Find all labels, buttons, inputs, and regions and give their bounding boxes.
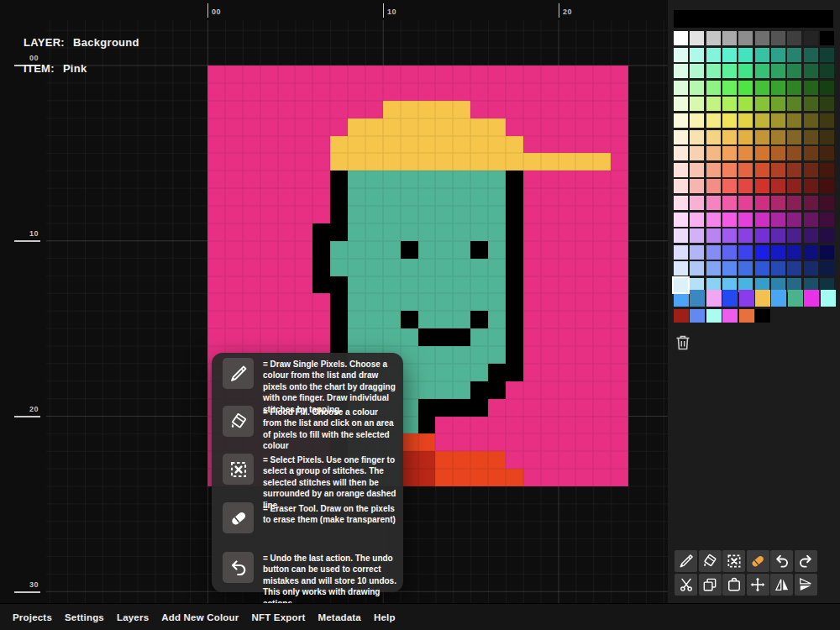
pixel-cell[interactable] — [312, 206, 330, 223]
palette-swatch[interactable] — [771, 130, 785, 144]
pixel-cell[interactable] — [506, 276, 523, 294]
pixel-cell[interactable] — [453, 259, 470, 276]
pixel-cell[interactable] — [243, 66, 260, 83]
palette-swatch[interactable] — [804, 245, 818, 260]
pixel-cell[interactable] — [243, 223, 260, 241]
menu-item-settings[interactable]: Settings — [65, 612, 104, 622]
palette-swatch[interactable] — [804, 261, 818, 276]
pixel-cell[interactable] — [401, 259, 418, 276]
palette-swatch[interactable] — [674, 213, 688, 227]
pixel-cell[interactable] — [541, 293, 559, 311]
pixel-cell[interactable] — [541, 381, 559, 399]
pixel-cell[interactable] — [435, 293, 453, 311]
pixel-cell[interactable] — [312, 136, 330, 154]
palette-swatch[interactable] — [820, 113, 834, 128]
pixel-cell[interactable] — [401, 206, 418, 223]
pixel-cell[interactable] — [523, 136, 541, 154]
pixel-cell[interactable] — [435, 276, 453, 294]
palette-swatch[interactable] — [706, 64, 721, 78]
pixel-cell[interactable] — [207, 118, 225, 136]
pixel-cell[interactable] — [523, 241, 541, 259]
pixel-cell[interactable] — [575, 433, 593, 451]
redo-tool-button[interactable] — [795, 550, 817, 572]
pixel-cell[interactable] — [225, 66, 243, 83]
pixel-cell[interactable] — [453, 101, 470, 118]
pixel-cell[interactable] — [470, 276, 488, 294]
menu-item-layers[interactable]: Layers — [117, 612, 149, 622]
palette-swatch[interactable] — [787, 97, 801, 111]
pixel-cell[interactable] — [312, 223, 330, 241]
palette-swatch[interactable] — [738, 213, 753, 227]
palette-swatch[interactable] — [706, 48, 721, 62]
pixel-cell[interactable] — [401, 223, 418, 241]
project-colour-swatch[interactable] — [771, 290, 786, 307]
palette-swatch[interactable] — [820, 163, 834, 177]
pixel-cell[interactable] — [559, 241, 576, 259]
pixel-cell[interactable] — [523, 364, 541, 381]
pixel-cell[interactable] — [418, 171, 436, 188]
pixel-cell[interactable] — [506, 293, 523, 311]
pixel-cell[interactable] — [575, 223, 593, 241]
pixel-cell[interactable] — [559, 381, 576, 399]
pixel-cell[interactable] — [418, 118, 436, 136]
pixel-cell[interactable] — [506, 364, 523, 381]
pixel-cell[interactable] — [260, 328, 278, 346]
pixel-cell[interactable] — [506, 101, 523, 118]
palette-swatch[interactable] — [787, 245, 801, 260]
pixel-cell[interactable] — [488, 381, 506, 399]
pixel-cell[interactable] — [453, 188, 470, 206]
palette-swatch[interactable] — [755, 261, 769, 276]
pixel-cell[interactable] — [418, 346, 436, 364]
pixel-cell[interactable] — [559, 171, 576, 188]
pixel-cell[interactable] — [225, 241, 243, 259]
pixel-cell[interactable] — [243, 206, 260, 223]
palette-swatch[interactable] — [674, 97, 688, 111]
pixel-cell[interactable] — [593, 259, 611, 276]
pixel-cell[interactable] — [470, 364, 488, 381]
pixel-cell[interactable] — [260, 276, 278, 294]
palette-swatch[interactable] — [787, 48, 801, 62]
pixel-cell[interactable] — [243, 293, 260, 311]
pixel-cell[interactable] — [611, 206, 628, 223]
pixel-cell[interactable] — [611, 83, 628, 101]
pixel-cell[interactable] — [523, 171, 541, 188]
pixel-cell[interactable] — [207, 188, 225, 206]
pixel-cell[interactable] — [559, 346, 576, 364]
pixel-cell[interactable] — [383, 66, 401, 83]
pixel-cell[interactable] — [523, 101, 541, 118]
pixel-cell[interactable] — [401, 188, 418, 206]
pixel-cell[interactable] — [453, 399, 470, 417]
pixel-cell[interactable] — [435, 364, 453, 381]
pixel-cell[interactable] — [593, 66, 611, 83]
pixel-cell[interactable] — [611, 346, 628, 364]
pixel-cell[interactable] — [575, 381, 593, 399]
pixel-cell[interactable] — [295, 206, 312, 223]
pixel-cell[interactable] — [506, 399, 523, 417]
palette-swatch[interactable] — [706, 163, 721, 177]
pixel-cell[interactable] — [383, 83, 401, 101]
pixel-cell[interactable] — [365, 206, 383, 223]
palette-swatch[interactable] — [690, 146, 704, 160]
pixel-cell[interactable] — [506, 188, 523, 206]
pixel-cell[interactable] — [453, 469, 470, 486]
pixel-cell[interactable] — [243, 171, 260, 188]
pixel-cell[interactable] — [348, 153, 365, 171]
pixel-cell[interactable] — [207, 101, 225, 118]
pixel-cell[interactable] — [435, 241, 453, 259]
palette-swatch[interactable] — [804, 213, 818, 227]
pixel-cell[interactable] — [330, 293, 348, 311]
pixel-cell[interactable] — [330, 276, 348, 294]
pixel-cell[interactable] — [506, 417, 523, 434]
pixel-cell[interactable] — [506, 66, 523, 83]
palette-swatch[interactable] — [674, 81, 688, 95]
pixel-cell[interactable] — [470, 83, 488, 101]
pixel-cell[interactable] — [418, 101, 436, 118]
pixel-cell[interactable] — [488, 206, 506, 223]
pixel-cell[interactable] — [541, 136, 559, 154]
pixel-cell[interactable] — [418, 311, 436, 328]
pixel-cell[interactable] — [278, 188, 296, 206]
pixel-cell[interactable] — [506, 451, 523, 469]
palette-swatch[interactable] — [771, 81, 785, 95]
menu-item-help[interactable]: Help — [374, 612, 396, 622]
pixel-cell[interactable] — [541, 241, 559, 259]
